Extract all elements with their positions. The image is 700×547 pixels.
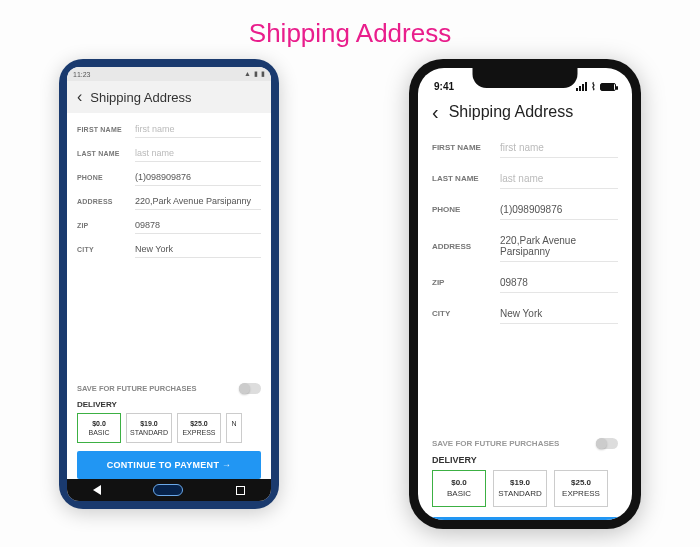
- form: FIRST NAME first name LAST NAME last nam…: [67, 113, 271, 375]
- delivery-option-overflow[interactable]: N: [226, 413, 242, 443]
- delivery-price: $25.0: [559, 478, 603, 488]
- battery-icon: ▮: [261, 70, 265, 78]
- city-input[interactable]: New York: [135, 240, 261, 258]
- field-zip: ZIP 09878: [77, 213, 261, 237]
- delivery-options: $0.0 BASIC $19.0 STANDARD $25.0 EXPRESS …: [67, 413, 271, 443]
- last-name-input[interactable]: last name: [135, 144, 261, 162]
- delivery-name: BASIC: [437, 489, 481, 499]
- zip-input[interactable]: 09878: [135, 216, 261, 234]
- notch: [473, 68, 578, 88]
- delivery-price: $19.0: [498, 478, 542, 488]
- delivery-price: $19.0: [130, 419, 168, 428]
- delivery-option-standard[interactable]: $19.0 STANDARD: [493, 470, 547, 507]
- save-label: SAVE FOR FUTURE PURCHASES: [432, 439, 559, 448]
- field-label: LAST NAME: [432, 174, 500, 183]
- field-phone: PHONE (1)098909876: [77, 165, 261, 189]
- delivery-price: $25.0: [181, 419, 217, 428]
- back-icon[interactable]: ‹: [77, 89, 82, 105]
- status-time: 11:23: [73, 71, 91, 78]
- android-navbar: [67, 479, 271, 501]
- form: FIRST NAME first name LAST NAME last nam…: [418, 132, 632, 428]
- field-address: ADDRESS 220,Park Avenue Parsipanny: [432, 225, 618, 267]
- nav-home-icon[interactable]: [153, 484, 183, 496]
- field-first-name: FIRST NAME first name: [77, 117, 261, 141]
- field-city: CITY New York: [432, 298, 618, 329]
- field-label: PHONE: [77, 174, 135, 181]
- field-label: CITY: [432, 309, 500, 318]
- address-input[interactable]: 220,Park Avenue Parsipanny: [500, 230, 618, 262]
- field-label: FIRST NAME: [432, 143, 500, 152]
- field-address: ADDRESS 220,Park Avenue Parsipanny: [77, 189, 261, 213]
- ios-screen: 9:41 ⌇ ‹ Shipping Address FIRST NAME fir…: [418, 68, 632, 520]
- back-icon[interactable]: ‹: [432, 102, 439, 122]
- field-last-name: LAST NAME last name: [77, 141, 261, 165]
- delivery-section-label: DELIVERY: [67, 398, 271, 413]
- save-toggle[interactable]: [239, 383, 261, 394]
- last-name-input[interactable]: last name: [500, 168, 618, 189]
- nav-recent-icon[interactable]: [236, 486, 245, 495]
- delivery-option-express[interactable]: $25.0 EXPRESS: [554, 470, 608, 507]
- wifi-icon: ▲: [244, 70, 251, 78]
- delivery-section-label: DELIVERY: [418, 453, 632, 470]
- wifi-icon: ⌇: [591, 81, 596, 92]
- delivery-option-basic[interactable]: $0.0 BASIC: [432, 470, 486, 507]
- phone-input[interactable]: (1)098909876: [135, 168, 261, 186]
- delivery-name: BASIC: [81, 428, 117, 437]
- delivery-name: EXPRESS: [559, 489, 603, 499]
- field-phone: PHONE (1)098909876: [432, 194, 618, 225]
- battery-icon: [600, 83, 616, 91]
- field-label: LAST NAME: [77, 150, 135, 157]
- field-first-name: FIRST NAME first name: [432, 132, 618, 163]
- delivery-name: STANDARD: [498, 489, 542, 499]
- header-title: Shipping Address: [90, 90, 191, 105]
- continue-to-payment-button[interactable]: CONTINUE TO PAYMENT →: [77, 451, 261, 479]
- save-toggle-row: SAVE FOR FUTURE PURCHASES: [418, 428, 632, 453]
- progress-bar: [432, 517, 618, 520]
- status-time: 9:41: [434, 81, 454, 92]
- android-device-frame: 11:23 ▲ ▮ ▮ ‹ Shipping Address FIRST NAM…: [59, 59, 279, 509]
- zip-input[interactable]: 09878: [500, 272, 618, 293]
- signal-icon: ▮: [254, 70, 258, 78]
- city-input[interactable]: New York: [500, 303, 618, 324]
- app-header: ‹ Shipping Address: [67, 81, 271, 113]
- address-input[interactable]: 220,Park Avenue Parsipanny: [135, 192, 261, 210]
- delivery-options: $0.0 BASIC $19.0 STANDARD $25.0 EXPRESS: [418, 470, 632, 507]
- signal-icon: [576, 82, 587, 91]
- app-header: ‹ Shipping Address: [418, 94, 632, 132]
- field-label: PHONE: [432, 205, 500, 214]
- delivery-option-express[interactable]: $25.0 EXPRESS: [177, 413, 221, 443]
- android-screen: 11:23 ▲ ▮ ▮ ‹ Shipping Address FIRST NAM…: [67, 67, 271, 501]
- first-name-input[interactable]: first name: [135, 120, 261, 138]
- phone-input[interactable]: (1)098909876: [500, 199, 618, 220]
- field-zip: ZIP 09878: [432, 267, 618, 298]
- delivery-name: EXPRESS: [181, 428, 217, 437]
- field-label: ADDRESS: [77, 198, 135, 205]
- field-city: CITY New York: [77, 237, 261, 261]
- save-label: SAVE FOR FUTURE PURCHASES: [77, 384, 196, 393]
- save-toggle[interactable]: [596, 438, 618, 449]
- delivery-price: $0.0: [437, 478, 481, 488]
- field-label: FIRST NAME: [77, 126, 135, 133]
- delivery-name: STANDARD: [130, 428, 168, 437]
- delivery-name: N: [230, 419, 238, 428]
- page-title: Shipping Address: [0, 0, 700, 59]
- delivery-option-basic[interactable]: $0.0 BASIC: [77, 413, 121, 443]
- first-name-input[interactable]: first name: [500, 137, 618, 158]
- field-label: CITY: [77, 246, 135, 253]
- field-label: ZIP: [432, 278, 500, 287]
- delivery-price: $0.0: [81, 419, 117, 428]
- field-label: ZIP: [77, 222, 135, 229]
- nav-back-icon[interactable]: [93, 485, 101, 495]
- ios-device-frame: 9:41 ⌇ ‹ Shipping Address FIRST NAME fir…: [409, 59, 641, 529]
- android-statusbar: 11:23 ▲ ▮ ▮: [67, 67, 271, 81]
- header-title: Shipping Address: [449, 103, 574, 121]
- delivery-option-standard[interactable]: $19.0 STANDARD: [126, 413, 172, 443]
- field-last-name: LAST NAME last name: [432, 163, 618, 194]
- field-label: ADDRESS: [432, 242, 500, 251]
- save-toggle-row: SAVE FOR FUTURE PURCHASES: [67, 375, 271, 398]
